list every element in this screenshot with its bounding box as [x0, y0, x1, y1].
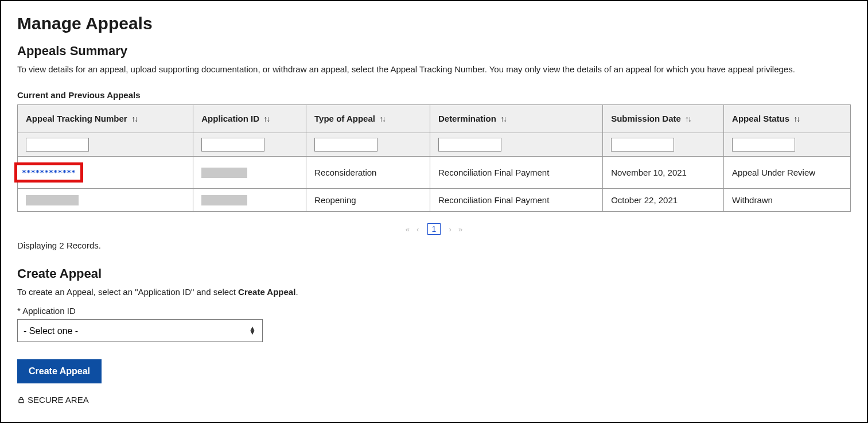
col-header-submission-label: Submission Date: [611, 114, 681, 123]
filter-status[interactable]: [732, 138, 795, 152]
pager-current[interactable]: 1: [427, 223, 441, 235]
filter-app-id[interactable]: [201, 138, 264, 152]
filter-type[interactable]: [314, 138, 377, 152]
sort-icon: ↑↓: [685, 114, 691, 123]
col-header-tracking-label: Appeal Tracking Number: [26, 114, 127, 123]
filter-tracking[interactable]: [26, 138, 89, 152]
secure-area: SECURE AREA: [17, 395, 851, 405]
create-instr-suffix: .: [295, 287, 298, 297]
app-id-select[interactable]: - Select one -: [17, 319, 263, 342]
app-id-redacted: [201, 195, 247, 205]
cell-determination: Reconciliation Final Payment: [430, 189, 602, 212]
app-id-label: * Application ID: [17, 306, 851, 316]
sort-icon: ↑↓: [379, 114, 385, 123]
table-label: Current and Previous Appeals: [17, 90, 851, 100]
page-container: Manage Appeals Appeals Summary To view d…: [0, 0, 868, 423]
cell-status: Withdrawn: [724, 189, 851, 212]
cell-status: Appeal Under Review: [724, 157, 851, 189]
col-header-status-label: Appeal Status: [732, 114, 789, 123]
pager-prev-icon[interactable]: ‹: [417, 225, 419, 234]
create-heading: Create Appeal: [17, 266, 851, 281]
sort-icon: ↑↓: [500, 114, 506, 123]
col-header-type[interactable]: Type of Appeal ↑↓: [306, 105, 430, 133]
table-row: Reopening Reconciliation Final Payment O…: [18, 189, 851, 212]
table-row: ************ Reconsideration Reconciliat…: [18, 157, 851, 189]
summary-heading: Appeals Summary: [17, 44, 851, 59]
col-header-status[interactable]: Appeal Status ↑↓: [724, 105, 851, 133]
create-instr-prefix: To create an Appeal, select an "Applicat…: [17, 287, 238, 297]
col-header-app-id-label: Application ID: [201, 114, 259, 123]
svg-rect-0: [19, 399, 24, 402]
records-count: Displaying 2 Records.: [17, 240, 851, 250]
secure-area-text: SECURE AREA: [28, 395, 89, 405]
col-header-determination-label: Determination: [438, 114, 496, 123]
create-instr-bold: Create Appeal: [238, 287, 295, 297]
page-title: Manage Appeals: [17, 14, 851, 33]
cell-type: Reopening: [306, 189, 430, 212]
summary-intro: To view details for an appeal, upload su…: [17, 64, 851, 74]
pager-last-icon[interactable]: »: [458, 225, 462, 234]
create-appeal-button[interactable]: Create Appeal: [17, 359, 102, 383]
tracking-number-link[interactable]: ************: [14, 162, 83, 183]
app-id-redacted: [201, 168, 247, 178]
sort-icon: ↑↓: [793, 114, 799, 123]
sort-icon: ↑↓: [131, 114, 137, 123]
lock-icon: [17, 396, 25, 404]
col-header-type-label: Type of Appeal: [314, 114, 375, 123]
appeals-table: Appeal Tracking Number ↑↓ Application ID…: [17, 104, 851, 212]
cell-submission: October 22, 2021: [603, 189, 724, 212]
col-header-determination[interactable]: Determination ↑↓: [430, 105, 602, 133]
cell-determination: Reconciliation Final Payment: [430, 157, 602, 189]
create-section: Create Appeal To create an Appeal, selec…: [17, 266, 851, 383]
sort-icon: ↑↓: [263, 114, 269, 123]
table-header-row: Appeal Tracking Number ↑↓ Application ID…: [18, 105, 851, 133]
col-header-tracking[interactable]: Appeal Tracking Number ↑↓: [18, 105, 193, 133]
create-instructions: To create an Appeal, select an "Applicat…: [17, 287, 851, 297]
pager-first-icon[interactable]: «: [406, 225, 410, 234]
app-id-select-wrap: - Select one - ▲▼: [17, 319, 263, 342]
cell-submission: November 10, 2021: [603, 157, 724, 189]
tracking-redacted: [26, 195, 79, 205]
cell-type: Reconsideration: [306, 157, 430, 189]
filter-submission[interactable]: [611, 138, 674, 152]
pager: « ‹ 1 › »: [17, 223, 851, 235]
table-filter-row: [18, 133, 851, 157]
col-header-app-id[interactable]: Application ID ↑↓: [193, 105, 306, 133]
col-header-submission[interactable]: Submission Date ↑↓: [603, 105, 724, 133]
filter-determination[interactable]: [438, 138, 501, 152]
pager-next-icon[interactable]: ›: [449, 225, 451, 234]
